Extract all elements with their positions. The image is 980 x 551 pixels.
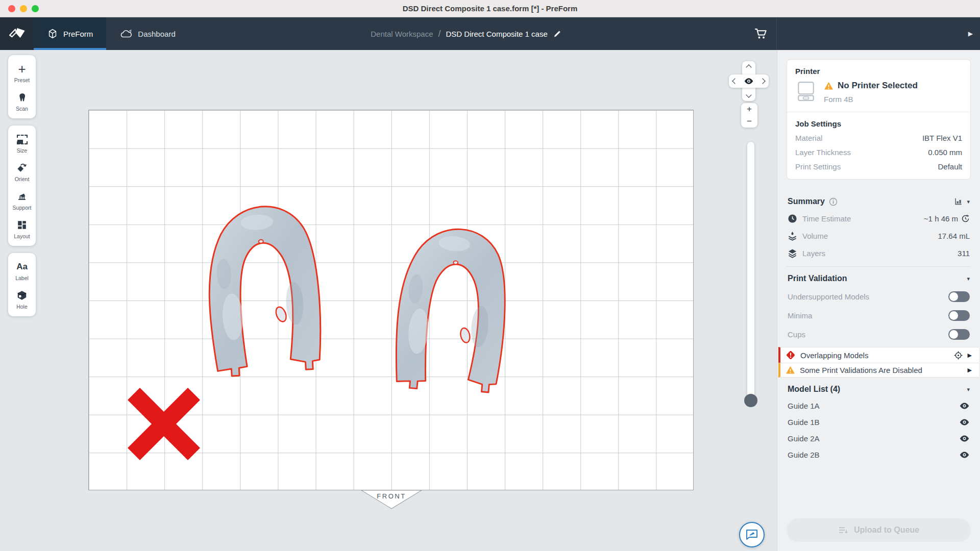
collapse-right-icon: ▶ [968, 30, 973, 37]
undersupported-models-toggle[interactable] [948, 291, 970, 302]
titlebar: DSD Direct Composite 1 case.form [*] - P… [0, 0, 980, 17]
job-setting-row[interactable]: Material IBT Flex V1 [795, 134, 962, 142]
alert-expand-icon[interactable]: ▶ [968, 367, 972, 373]
size-tool[interactable]: Size [8, 129, 36, 157]
layer-slider-track[interactable] [747, 142, 754, 402]
chart-icon[interactable] [954, 197, 963, 206]
print-validation-heading: Print Validation [788, 274, 847, 283]
model-list-heading: Model List (4) [788, 385, 840, 394]
overlapping-models-alert[interactable]: Overlapping Models ▶ [778, 347, 979, 363]
butterfly-icon [8, 27, 26, 40]
zoom-out-button[interactable]: − [741, 115, 757, 128]
formlabs-logo[interactable] [0, 17, 34, 50]
material-label: Material [795, 134, 822, 142]
feedback-bubble-icon [745, 529, 758, 541]
summary-heading: Summary [788, 197, 825, 206]
layers-icon [788, 248, 797, 258]
cart-button[interactable] [746, 17, 775, 50]
error-x-mark [127, 387, 201, 461]
scan-tool[interactable]: Scan [8, 87, 36, 115]
visibility-eye-icon[interactable] [959, 402, 970, 410]
cube-icon [47, 28, 58, 39]
tab-dashboard[interactable]: Dashboard [106, 17, 188, 50]
zoom-control: + − [741, 103, 757, 128]
viewport-canvas[interactable]: FRONT + − [0, 50, 777, 551]
alert-expand-icon[interactable]: ▶ [968, 352, 972, 359]
tab-preform[interactable]: PreForm [34, 17, 106, 50]
support-label: Support [13, 205, 32, 211]
printer-icon [795, 81, 817, 102]
cups-label: Cups [788, 330, 805, 339]
layer-slider[interactable] [747, 142, 754, 407]
visibility-eye-icon[interactable] [959, 451, 970, 459]
orient-tool[interactable]: Orient [8, 157, 36, 186]
preset-tool[interactable]: + Preset [8, 58, 36, 87]
locate-target-icon[interactable] [953, 350, 963, 360]
model-name: Guide 1B [788, 418, 820, 427]
support-icon [16, 191, 28, 202]
printer-status: No Printer Selected [838, 81, 918, 91]
validations-disabled-alert[interactable]: Some Print Validations Are Disabled ▶ [778, 363, 979, 378]
recalculate-time-icon[interactable] [961, 214, 970, 223]
layer-slider-knob[interactable] [744, 394, 757, 407]
upload-to-queue-label: Upload to Queue [854, 525, 919, 535]
edit-pencil-icon[interactable] [553, 30, 561, 38]
label-tool[interactable]: Aa Label [8, 256, 36, 285]
validation-toggle-row: Cups [788, 329, 970, 340]
support-tool[interactable]: Support [8, 186, 36, 214]
zoom-in-button[interactable]: + [741, 103, 757, 115]
model-name: Guide 1A [788, 402, 820, 410]
model-name: Guide 2A [788, 434, 820, 443]
model-guide-arch-1[interactable] [205, 204, 323, 377]
layer-thickness-label: Layer Thickness [795, 148, 851, 157]
feedback-button[interactable] [739, 522, 765, 547]
model-list-caret-icon[interactable]: ▾ [967, 386, 970, 393]
volume-icon [788, 231, 797, 241]
model-guide-arch-2[interactable] [392, 224, 512, 396]
toolbar-group-edit: Aa Label Hole [8, 253, 36, 316]
tooth-icon [17, 92, 28, 103]
warning-triangle-icon [786, 366, 795, 374]
left-toolbar: + Preset Scan Size Orien [8, 55, 36, 316]
front-orientation-marker: FRONT [361, 490, 422, 510]
layout-tool[interactable]: Layout [8, 214, 36, 243]
view-eye-icon[interactable] [744, 76, 754, 86]
job-setting-row[interactable]: Print Settings Default [795, 162, 962, 171]
print-validation-caret-icon[interactable]: ▾ [967, 276, 970, 282]
right-panel: Printer No Printer Selected [777, 50, 980, 551]
volume-value: 17.64 mL [938, 232, 970, 240]
printer-model: Form 4B [824, 95, 918, 104]
layers-row: Layers 311 [788, 248, 970, 258]
hole-tool[interactable]: Hole [8, 285, 36, 313]
breadcrumb-workspace[interactable]: Dental Workspace [371, 30, 433, 38]
hole-cube-icon [16, 290, 28, 301]
printer-card[interactable]: Printer No Printer Selected [787, 59, 971, 180]
info-icon[interactable] [829, 197, 838, 206]
summary-section: Summary ▾ Time Estimate [787, 190, 971, 267]
volume-label: Volume [802, 232, 828, 240]
job-setting-row[interactable]: Layer Thickness 0.050 mm [795, 148, 962, 157]
collapse-panel-button[interactable]: ▶ [968, 17, 973, 50]
time-estimate-row: Time Estimate ~1 h 46 m [788, 214, 970, 223]
model-list-item[interactable]: Guide 1A [788, 402, 970, 410]
upload-to-queue-button[interactable]: Upload to Queue [787, 518, 971, 542]
visibility-eye-icon[interactable] [959, 435, 970, 442]
label-label: Label [15, 275, 29, 281]
model-list-item[interactable]: Guide 1B [788, 418, 970, 427]
cups-toggle[interactable] [948, 329, 970, 340]
model-list-item[interactable]: Guide 2B [788, 450, 970, 459]
minima-label: Minima [788, 311, 812, 320]
window-title: DSD Direct Composite 1 case.form [*] - P… [0, 0, 980, 17]
visibility-eye-icon[interactable] [959, 418, 970, 426]
volume-row: Volume 17.64 mL [788, 231, 970, 241]
overlapping-models-label: Overlapping Models [800, 351, 868, 360]
validation-toggle-row: Undersupported Models [788, 291, 970, 302]
top-nav: PreForm Dashboard Dental Workspace / DSD… [0, 17, 980, 50]
minima-toggle[interactable] [948, 310, 970, 321]
label-aa-icon: Aa [16, 261, 28, 273]
size-icon [17, 135, 28, 144]
cloud-icon [119, 29, 133, 39]
breadcrumb-filename: DSD Direct Composite 1 case [446, 30, 548, 38]
model-list-item[interactable]: Guide 2A [788, 434, 970, 443]
summary-caret-icon[interactable]: ▾ [967, 198, 970, 205]
